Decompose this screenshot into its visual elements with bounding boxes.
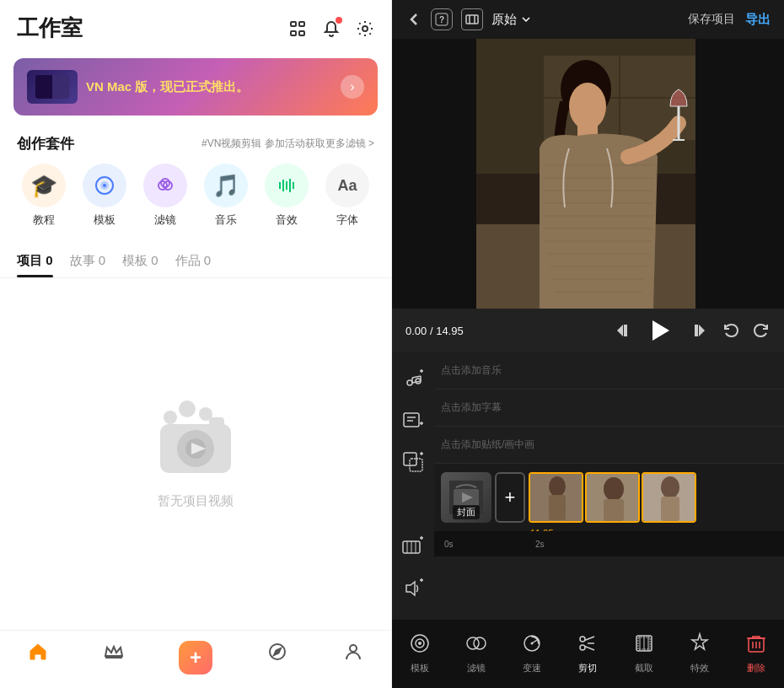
video-clip-3[interactable] [642, 472, 696, 523]
crop-tool-label: 截取 [635, 662, 653, 675]
svg-point-26 [277, 651, 279, 653]
nav-profile[interactable] [342, 641, 364, 675]
creation-suite-title: 创作套件 [17, 134, 74, 153]
nav-add[interactable]: + [179, 641, 212, 675]
speed-tool-label: 变速 [523, 662, 541, 675]
svg-rect-99 [661, 497, 679, 521]
svg-point-92 [549, 476, 566, 497]
tool-cut[interactable]: 剪切 [572, 628, 603, 675]
tab-templates[interactable]: 模板 0 [122, 246, 158, 277]
add-subtitle-tool[interactable] [398, 405, 428, 435]
playback-controls [614, 315, 771, 346]
music-track-placeholder: 点击添加音乐 [441, 363, 502, 378]
play-button[interactable] [646, 315, 676, 346]
clip-inner-3 [643, 474, 695, 521]
banner[interactable]: VN Mac 版，现已正式推出。 › [13, 58, 378, 116]
svg-point-43 [569, 83, 606, 130]
left-panel: 工作室 [0, 0, 392, 688]
svg-rect-35 [695, 39, 784, 309]
video-track: 封面 + [434, 464, 784, 531]
tool-effect[interactable]: 特效 [685, 628, 715, 675]
volume-tool[interactable] [398, 573, 428, 604]
tab-projects[interactable]: 项目 0 [17, 246, 53, 277]
template-tool-icon [405, 628, 435, 658]
timeline-controls: 0.00 / 14.95 [392, 309, 784, 352]
ratio-button[interactable] [461, 8, 483, 30]
nav-explore[interactable] [266, 641, 288, 675]
sticker-track[interactable]: 点击添加贴纸/画中画 [434, 427, 784, 464]
notification-icon[interactable] [322, 19, 341, 38]
tab-works[interactable]: 作品 0 [175, 246, 212, 277]
add-icon[interactable]: + [179, 641, 212, 675]
creation-item-sfx[interactable]: 音效 [265, 164, 309, 228]
creation-item-tutorial[interactable]: 🎓 教程 [22, 164, 66, 228]
creation-item-font[interactable]: Aa 字体 [325, 164, 369, 228]
add-sticker-tool[interactable] [398, 447, 428, 477]
video-clip-2[interactable] [585, 472, 640, 523]
clip-inner-2 [587, 474, 638, 521]
subtitle-track[interactable]: 点击添加字幕 [434, 390, 784, 427]
banner-text-prefix: VN Mac 版， [86, 79, 160, 94]
time-display: 0.00 / 14.95 [405, 325, 614, 337]
filter-label: 滤镜 [154, 212, 176, 228]
mode-selector[interactable]: 原始 [491, 12, 532, 28]
sfx-icon [265, 164, 309, 207]
cover-thumbnail[interactable]: 封面 [441, 472, 491, 523]
creation-item-music[interactable]: 🎵 音乐 [204, 164, 248, 228]
save-button[interactable]: 保存项目 [688, 12, 735, 27]
tool-delete[interactable]: 删除 [741, 628, 771, 675]
tutorial-label: 教程 [33, 212, 55, 228]
banner-text-highlight: 现已正式推出。 [160, 79, 249, 94]
expand-icon[interactable] [288, 19, 307, 38]
svg-line-111 [585, 647, 595, 651]
current-time: 0.00 [405, 325, 427, 337]
creation-suite-header: 创作套件 #VN视频剪辑 参加活动获取更多滤镜 > [0, 122, 391, 160]
svg-line-110 [585, 637, 595, 641]
svg-rect-61 [695, 325, 698, 336]
help-button[interactable]: ? [431, 8, 453, 30]
tool-filter[interactable]: 滤镜 [461, 628, 491, 675]
delete-tool-icon [741, 628, 771, 658]
tab-stories[interactable]: 故事 0 [70, 246, 106, 277]
creation-item-template[interactable]: 模板 [83, 164, 126, 228]
back-button[interactable] [405, 11, 422, 28]
svg-rect-3 [299, 31, 304, 35]
video-clip-1[interactable] [529, 472, 583, 523]
redo-button[interactable] [752, 321, 771, 340]
template-icon [83, 164, 126, 207]
skip-back-button[interactable] [614, 321, 632, 340]
tool-speed[interactable]: 变速 [517, 628, 547, 675]
music-track[interactable]: 点击添加音乐 [434, 352, 784, 390]
undo-button[interactable] [722, 321, 740, 340]
ruler-mark-0s: 0s [444, 540, 454, 549]
creation-item-filter[interactable]: 滤镜 [143, 164, 187, 228]
add-music-tool[interactable] [398, 363, 428, 393]
timeline-ruler: 0s 2s [434, 531, 784, 556]
settings-icon[interactable] [356, 19, 374, 38]
editor-sidebar [392, 352, 434, 620]
add-clip-button[interactable]: + [495, 472, 525, 523]
filter-tool-icon [461, 628, 491, 658]
banner-arrow[interactable]: › [341, 75, 364, 99]
svg-point-62 [407, 380, 412, 385]
nav-home[interactable] [27, 641, 49, 675]
banner-text: VN Mac 版，现已正式推出。 [86, 79, 332, 95]
svg-rect-0 [291, 22, 296, 26]
add-clip-tool[interactable] [398, 531, 428, 562]
creation-suite-link[interactable]: #VN视频剪辑 参加活动获取更多滤镜 > [201, 137, 374, 151]
empty-text: 暂无项目视频 [158, 493, 234, 509]
skip-forward-button[interactable] [690, 321, 708, 340]
subtitle-track-placeholder: 点击添加字幕 [441, 400, 502, 415]
svg-marker-60 [699, 325, 705, 336]
nav-crown[interactable] [103, 641, 125, 675]
font-icon: Aa [325, 164, 369, 207]
export-button[interactable]: 导出 [745, 12, 771, 28]
tool-crop[interactable]: 截取 [629, 628, 659, 675]
svg-point-95 [604, 477, 624, 501]
svg-rect-93 [549, 495, 566, 520]
svg-rect-34 [392, 39, 476, 309]
tool-template[interactable]: 模板 [405, 628, 435, 675]
svg-point-98 [661, 476, 679, 498]
svg-rect-70 [404, 413, 419, 427]
ruler-mark-2s: 2s [535, 540, 545, 549]
